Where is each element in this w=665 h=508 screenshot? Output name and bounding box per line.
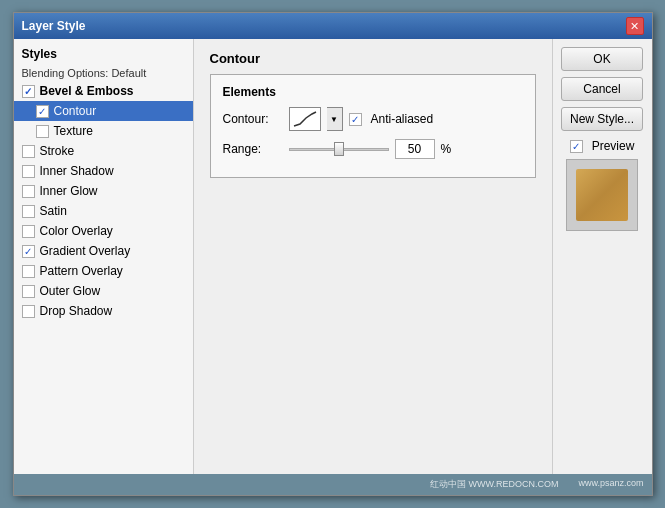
sidebar-item-color-overlay[interactable]: Color Overlay xyxy=(14,221,193,241)
pattern-overlay-label: Pattern Overlay xyxy=(40,264,123,278)
sidebar-item-texture[interactable]: Texture xyxy=(14,121,193,141)
sidebar-item-pattern-overlay[interactable]: Pattern Overlay xyxy=(14,261,193,281)
dialog-body: Styles Blending Options: Default Bevel &… xyxy=(14,39,652,474)
anti-aliased-label[interactable]: Anti-aliased xyxy=(349,112,434,126)
preview-row: Preview xyxy=(570,139,635,153)
watermark-text2: www.psanz.com xyxy=(578,478,643,491)
contour-field-label: Contour: xyxy=(223,112,283,126)
drop-shadow-label: Drop Shadow xyxy=(40,304,113,318)
satin-checkbox[interactable] xyxy=(22,205,35,218)
gradient-overlay-checkbox[interactable] xyxy=(22,245,35,258)
title-bar-text: Layer Style xyxy=(22,19,86,33)
range-value-input[interactable] xyxy=(395,139,435,159)
sidebar-item-drop-shadow[interactable]: Drop Shadow xyxy=(14,301,193,321)
preview-label: Preview xyxy=(592,139,635,153)
left-panel: Styles Blending Options: Default Bevel &… xyxy=(14,39,194,474)
preview-thumbnail xyxy=(566,159,638,231)
sidebar-item-contour[interactable]: Contour xyxy=(14,101,193,121)
inner-shadow-label: Inner Shadow xyxy=(40,164,114,178)
preview-image xyxy=(576,169,628,221)
contour-preview[interactable] xyxy=(289,107,321,131)
color-overlay-checkbox[interactable] xyxy=(22,225,35,238)
new-style-button[interactable]: New Style... xyxy=(561,107,643,131)
sidebar-item-bevel-emboss[interactable]: Bevel & Emboss xyxy=(14,81,193,101)
drop-shadow-checkbox[interactable] xyxy=(22,305,35,318)
bevel-emboss-label: Bevel & Emboss xyxy=(40,84,134,98)
texture-label: Texture xyxy=(54,124,93,138)
texture-checkbox[interactable] xyxy=(36,125,49,138)
color-overlay-label: Color Overlay xyxy=(40,224,113,238)
layer-style-dialog: Layer Style ✕ Styles Blending Options: D… xyxy=(13,12,653,496)
styles-title: Styles xyxy=(14,43,193,65)
cancel-button[interactable]: Cancel xyxy=(561,77,643,101)
contour-row: Contour: ▼ Anti-aliased xyxy=(223,107,523,131)
stroke-checkbox[interactable] xyxy=(22,145,35,158)
elements-section: Elements Contour: ▼ A xyxy=(210,74,536,178)
sidebar-item-inner-glow[interactable]: Inner Glow xyxy=(14,181,193,201)
stroke-label: Stroke xyxy=(40,144,75,158)
anti-aliased-checkbox[interactable] xyxy=(349,113,362,126)
sidebar-item-gradient-overlay[interactable]: Gradient Overlay xyxy=(14,241,193,261)
contour-label: Contour xyxy=(54,104,97,118)
bevel-emboss-checkbox[interactable] xyxy=(22,85,35,98)
slider-track xyxy=(289,148,389,151)
range-slider[interactable] xyxy=(289,142,389,156)
pattern-overlay-checkbox[interactable] xyxy=(22,265,35,278)
bottom-bar: 红动中国 WWW.REDOCN.COM www.psanz.com xyxy=(14,474,652,495)
inner-glow-checkbox[interactable] xyxy=(22,185,35,198)
blending-options-label[interactable]: Blending Options: Default xyxy=(14,65,193,81)
outer-glow-checkbox[interactable] xyxy=(22,285,35,298)
preview-checkbox[interactable] xyxy=(570,140,583,153)
range-label: Range: xyxy=(223,142,283,156)
range-percent: % xyxy=(441,142,452,156)
sidebar-item-outer-glow[interactable]: Outer Glow xyxy=(14,281,193,301)
sidebar-item-satin[interactable]: Satin xyxy=(14,201,193,221)
right-panel: OK Cancel New Style... Preview xyxy=(552,39,652,474)
main-content: Contour Elements Contour: ▼ xyxy=(194,39,552,474)
inner-shadow-checkbox[interactable] xyxy=(22,165,35,178)
elements-title: Elements xyxy=(223,85,523,99)
inner-glow-label: Inner Glow xyxy=(40,184,98,198)
contour-checkbox[interactable] xyxy=(36,105,49,118)
ok-button[interactable]: OK xyxy=(561,47,643,71)
contour-curve-svg xyxy=(292,110,318,128)
outer-glow-label: Outer Glow xyxy=(40,284,101,298)
satin-label: Satin xyxy=(40,204,67,218)
anti-aliased-text: Anti-aliased xyxy=(371,112,434,126)
section-title: Contour xyxy=(210,51,536,66)
gradient-overlay-label: Gradient Overlay xyxy=(40,244,131,258)
sidebar-item-inner-shadow[interactable]: Inner Shadow xyxy=(14,161,193,181)
title-bar: Layer Style ✕ xyxy=(14,13,652,39)
sidebar-item-stroke[interactable]: Stroke xyxy=(14,141,193,161)
slider-thumb[interactable] xyxy=(334,142,344,156)
close-button[interactable]: ✕ xyxy=(626,17,644,35)
range-row: Range: % xyxy=(223,139,523,159)
watermark-text1: 红动中国 WWW.REDOCN.COM xyxy=(430,478,559,491)
contour-dropdown-button[interactable]: ▼ xyxy=(327,107,343,131)
